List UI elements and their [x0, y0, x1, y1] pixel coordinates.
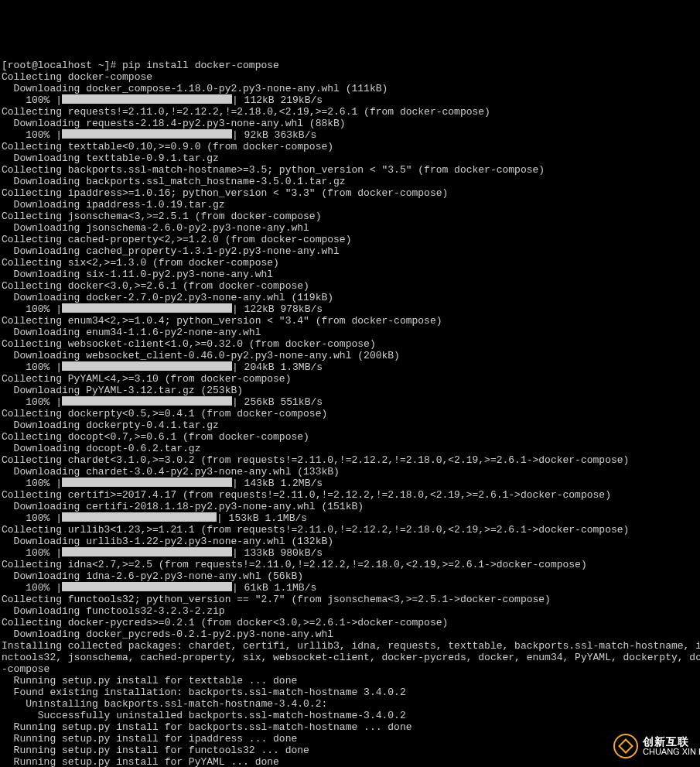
- progress-bar: [62, 512, 217, 522]
- output-lines: Collecting docker-compose Downloading do…: [2, 71, 700, 767]
- progress-bar: [62, 396, 232, 406]
- terminal-output[interactable]: [root@localhost ~]# pip install docker-c…: [0, 58, 697, 767]
- progress-bar: [62, 361, 232, 371]
- progress-bar: [62, 478, 232, 487]
- progress-bar: [62, 582, 232, 591]
- watermark-text: 创新互联CHUANG XIN HU LIAN: [643, 737, 700, 756]
- progress-bar: [62, 303, 232, 313]
- shell-prompt: [root@localhost ~]# pip install docker-c…: [2, 60, 279, 71]
- progress-bar: [62, 129, 232, 139]
- watermark-logo: 创新互联CHUANG XIN HU LIAN: [613, 734, 691, 758]
- cxhl-logo-icon: [613, 734, 638, 758]
- progress-bar: [62, 547, 232, 556]
- progress-bar: [62, 94, 232, 104]
